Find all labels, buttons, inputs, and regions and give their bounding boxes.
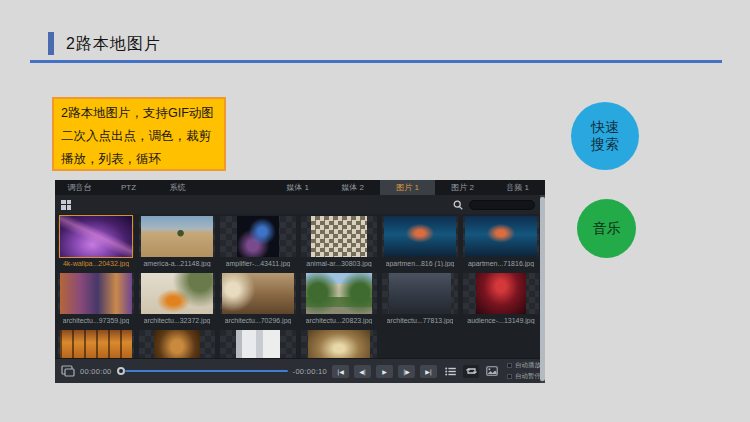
quick-search-label-line1: 快速 [591,119,619,136]
step-back-button[interactable]: ◀| [354,365,371,378]
thumbnail-item[interactable] [220,330,296,358]
thumbnail-image [60,273,132,314]
seek-track [125,370,288,372]
thumbnail-image [154,330,200,358]
filename-label: architectu...97359.jpg [63,317,130,324]
thumbnail-item[interactable] [301,330,377,358]
grid-row-3 [58,330,542,358]
quick-search-label-line2: 搜索 [591,136,619,153]
skip-to-start-button[interactable]: |◀ [332,365,349,378]
media-app-panel: 调音台 PTZ 系统 媒体 1 媒体 2 图片 1 图片 2 音频 1 4k-w… [55,180,545,383]
thumbnail-item[interactable]: audience-...13149.jpg [463,273,539,324]
tab-media-1[interactable]: 媒体 1 [270,180,325,195]
music-label: 音乐 [593,220,621,237]
play-button[interactable]: ▶ [376,365,393,378]
thumbnail-image [311,216,367,257]
thumbnail-image [141,273,213,314]
title-divider-line [30,60,722,63]
page-title: 2路本地图片 [66,34,161,55]
seek-handle[interactable] [117,367,125,375]
scrollbar-thumb[interactable] [540,197,545,381]
tab-ptz[interactable]: PTZ [104,180,153,195]
search-input[interactable] [469,200,535,210]
thumbnail-item[interactable]: apartmen...71816.jpg [463,216,539,267]
music-bubble: 音乐 [577,199,636,258]
tab-audio-1[interactable]: 音频 1 [490,180,545,195]
thumbnail-image [465,216,537,257]
filename-label: architectu...32372.jpg [144,317,211,324]
tab-system[interactable]: 系统 [153,180,202,195]
vertical-scrollbar[interactable] [540,195,545,383]
filename-label: animal-ar...30803.jpg [306,260,371,267]
filename-label: apartmen...816 (1).jpg [386,260,455,267]
title-accent-bar [48,32,54,55]
skip-to-end-button[interactable]: ▶| [420,365,437,378]
filename-label: architectu...20823.jpg [306,317,373,324]
auto-options: 自动播放 自动暂停 [507,361,541,381]
thumbnail-image [222,273,294,314]
thumbnail-item[interactable]: architectu...77813.jpg [382,273,458,324]
thumbnail-item[interactable] [139,330,215,358]
grid-row-1: 4k-wallpa...20432.jpg america-a...21148.… [58,216,542,267]
thumbnail-image [384,216,456,257]
thumbnail-item[interactable]: amplifier-...43411.jpg [220,216,296,267]
thumbnail-view-icon[interactable] [484,365,500,378]
auto-play-checkbox[interactable] [507,363,512,368]
thumbnail-image [308,330,370,358]
thumbnail-image [60,330,132,358]
thumbnail-image [60,216,132,257]
auto-play-option[interactable]: 自动播放 [507,361,541,370]
filename-label: 4k-wallpa...20432.jpg [63,260,129,267]
thumbnail-item[interactable]: architectu...32372.jpg [139,273,215,324]
elapsed-time: 00:00:00 [80,367,112,376]
annotation-note: 2路本地图片，支持GIF动图 二次入点出点，调色，裁剪 播放，列表，循环 [52,97,226,171]
tab-media-2[interactable]: 媒体 2 [325,180,380,195]
filename-label: amplifier-...43411.jpg [226,260,291,267]
thumbnail-item[interactable]: animal-ar...30803.jpg [301,216,377,267]
thumbnail-item[interactable]: architectu...20823.jpg [301,273,377,324]
note-line: 二次入点出点，调色，裁剪 [61,125,217,148]
thumbnail-image [237,216,279,257]
media-library-icon[interactable] [61,365,75,377]
auto-pause-label: 自动暂停 [515,372,541,381]
grid-row-2: architectu...97359.jpg architectu...3237… [58,273,542,324]
grid-view-icon[interactable] [61,200,71,210]
player-bar: 00:00:00 -00:00:10 |◀ ◀| ▶ |▶ ▶| [55,358,545,383]
thumbnail-image [306,273,372,314]
quick-search-bubble: 快速 搜索 [571,102,639,170]
loop-toggle-icon[interactable] [463,365,479,378]
tab-image-1[interactable]: 图片 1 [380,180,435,195]
tab-mixer[interactable]: 调音台 [55,180,104,195]
thumbnail-grid: 4k-wallpa...20432.jpg america-a...21148.… [55,214,545,358]
tab-spacer [202,180,270,195]
filename-label: audience-...13149.jpg [467,317,534,324]
filename-label: architectu...77813.jpg [387,317,454,324]
auto-pause-checkbox[interactable] [507,374,512,379]
thumbnail-item[interactable]: apartmen...816 (1).jpg [382,216,458,267]
thumbnail-image [236,330,280,358]
thumbnail-item[interactable] [58,330,134,358]
auto-pause-option[interactable]: 自动暂停 [507,372,541,381]
tab-bar: 调音台 PTZ 系统 媒体 1 媒体 2 图片 1 图片 2 音频 1 [55,180,545,195]
search-icon [453,200,463,210]
thumbnail-item[interactable]: america-a...21148.jpg [139,216,215,267]
thumbnail-image [389,273,451,314]
note-line: 播放，列表，循环 [61,148,217,171]
filename-label: architectu...70296.jpg [225,317,292,324]
note-line: 2路本地图片，支持GIF动图 [61,102,217,125]
seek-slider[interactable] [117,367,288,375]
thumbnail-item[interactable]: architectu...97359.jpg [58,273,134,324]
toolbar [55,195,545,214]
tab-image-2[interactable]: 图片 2 [435,180,490,195]
auto-play-label: 自动播放 [515,361,541,370]
playlist-icon[interactable] [442,365,458,378]
thumbnail-item[interactable]: architectu...70296.jpg [220,273,296,324]
thumbnail-image [476,273,526,314]
remaining-time: -00:00:10 [293,367,327,376]
filename-label: apartmen...71816.jpg [468,260,534,267]
thumbnail-item[interactable]: 4k-wallpa...20432.jpg [58,216,134,267]
filename-label: america-a...21148.jpg [143,260,210,267]
step-forward-button[interactable]: |▶ [398,365,415,378]
thumbnail-image [141,216,213,257]
